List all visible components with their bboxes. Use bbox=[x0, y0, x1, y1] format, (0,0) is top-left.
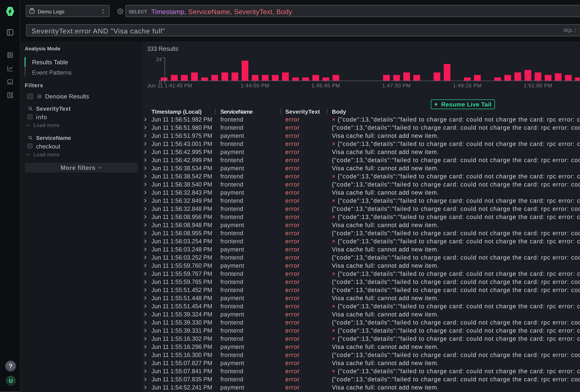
svg-text:1:44:00 PM: 1:44:00 PM bbox=[241, 83, 269, 88]
svg-text:1:47:30 PM: 1:47:30 PM bbox=[382, 83, 411, 88]
svg-text:0: 0 bbox=[159, 79, 162, 84]
svg-text:Jun 11 1:41:45 PM: Jun 11 1:41:45 PM bbox=[147, 83, 192, 88]
svg-text:1:49:15 PM: 1:49:15 PM bbox=[453, 83, 482, 88]
svg-text:24: 24 bbox=[156, 56, 162, 62]
svg-text:1:51:00 PM: 1:51:00 PM bbox=[524, 83, 552, 88]
svg-text:1:45:45 PM: 1:45:45 PM bbox=[311, 83, 340, 88]
